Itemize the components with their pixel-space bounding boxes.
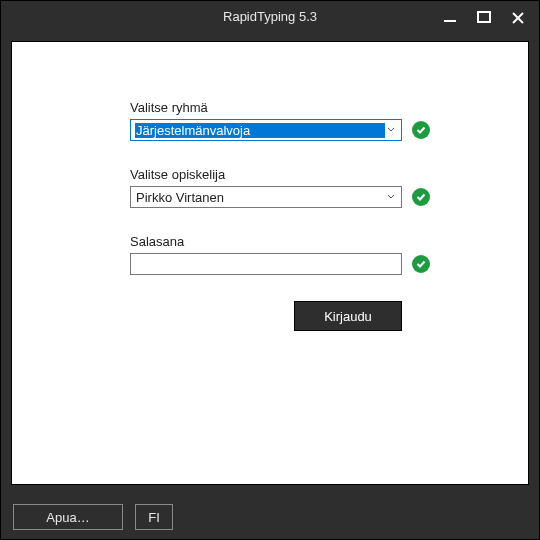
login-form: Valitse ryhmä Järjestelmänvalvoja (130, 100, 440, 331)
window-controls (433, 1, 535, 35)
password-field: Salasana (130, 234, 440, 275)
maximize-icon (475, 9, 493, 27)
minimize-button[interactable] (433, 1, 467, 35)
chevron-down-icon (385, 193, 397, 201)
app-window: RapidTyping 5.3 Valits (0, 0, 540, 540)
password-input[interactable] (130, 253, 402, 275)
chevron-down-icon (385, 126, 397, 134)
client-area: Valitse ryhmä Järjestelmänvalvoja (11, 41, 529, 485)
svg-rect-0 (444, 20, 456, 22)
login-button-label: Kirjaudu (324, 309, 372, 324)
group-field: Valitse ryhmä Järjestelmänvalvoja (130, 100, 440, 141)
check-icon (415, 124, 427, 136)
check-icon (415, 191, 427, 203)
student-valid-icon (412, 188, 430, 206)
student-row: Pirkko Virtanen (130, 186, 440, 208)
group-valid-icon (412, 121, 430, 139)
help-button-label: Apua… (46, 510, 89, 525)
help-button[interactable]: Apua… (13, 504, 123, 530)
login-button[interactable]: Kirjaudu (294, 301, 402, 331)
group-row: Järjestelmänvalvoja (130, 119, 440, 141)
student-label: Valitse opiskelija (130, 167, 440, 182)
svg-rect-1 (478, 12, 490, 22)
group-select[interactable]: Järjestelmänvalvoja (130, 119, 402, 141)
password-valid-icon (412, 255, 430, 273)
close-icon (510, 10, 526, 26)
group-select-value: Järjestelmänvalvoja (135, 123, 385, 138)
student-field: Valitse opiskelija Pirkko Virtanen (130, 167, 440, 208)
group-label: Valitse ryhmä (130, 100, 440, 115)
language-button[interactable]: FI (135, 504, 173, 530)
footer: Apua… FI (1, 495, 539, 539)
titlebar: RapidTyping 5.3 (1, 1, 539, 35)
password-row (130, 253, 440, 275)
student-select-value: Pirkko Virtanen (135, 190, 385, 205)
password-label: Salasana (130, 234, 440, 249)
student-select[interactable]: Pirkko Virtanen (130, 186, 402, 208)
close-button[interactable] (501, 1, 535, 35)
submit-row: Kirjaudu (130, 301, 440, 331)
check-icon (415, 258, 427, 270)
language-button-label: FI (148, 510, 160, 525)
minimize-icon (442, 10, 458, 26)
maximize-button[interactable] (467, 1, 501, 35)
